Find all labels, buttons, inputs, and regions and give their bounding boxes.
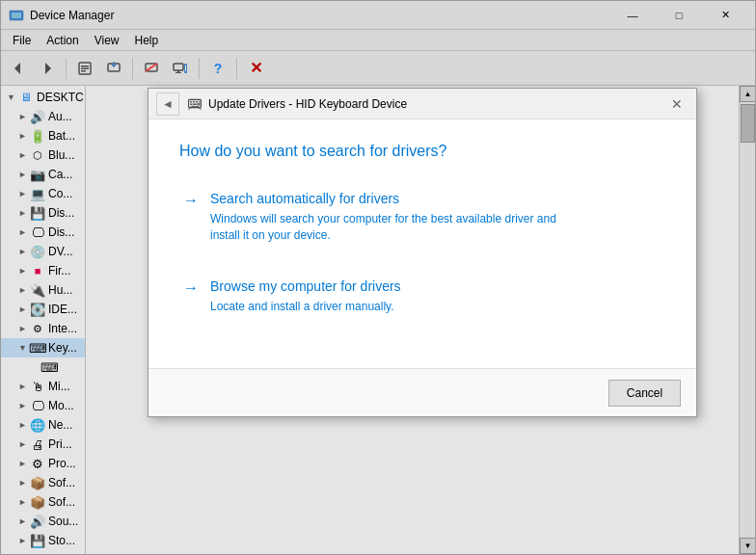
dialog-title-icon [187, 96, 202, 112]
svg-rect-20 [193, 101, 195, 103]
svg-rect-22 [199, 101, 201, 103]
option-auto-desc: Windows will search your computer for th… [210, 211, 577, 244]
svg-line-27 [188, 108, 191, 110]
cancel-button[interactable]: Cancel [608, 380, 681, 407]
svg-rect-21 [196, 101, 198, 103]
dialog-body: How do you want to search for drivers? →… [148, 119, 696, 368]
dialog-back-button[interactable]: ◄ [156, 92, 179, 116]
option-browse-arrow: → [183, 279, 199, 297]
dialog-title-bar: ◄ [148, 89, 696, 119]
dialog-option-auto[interactable]: → Search automatically for drivers Windo… [179, 187, 665, 248]
dialog-question: How do you want to search for drivers? [179, 143, 665, 160]
svg-rect-19 [190, 101, 192, 103]
modal-overlay: ◄ [1, 1, 755, 554]
dialog-option-browse[interactable]: → Browse my computer for drivers Locate … [179, 275, 665, 319]
svg-rect-26 [191, 106, 199, 107]
option-browse-content: Browse my computer for drivers Locate an… [210, 278, 401, 315]
dialog-footer: Cancel [148, 368, 696, 416]
option-auto-content: Search automatically for drivers Windows… [210, 191, 577, 244]
dialog-close-button[interactable]: ✕ [665, 92, 688, 116]
option-browse-title: Browse my computer for drivers [210, 278, 401, 294]
svg-rect-23 [190, 103, 192, 105]
option-auto-title: Search automatically for drivers [210, 191, 577, 206]
dialog-title-text: Update Drivers - HID Keyboard Device [208, 97, 665, 111]
main-window: Device Manager — □ ✕ File Action View He… [0, 0, 756, 555]
svg-rect-25 [198, 103, 201, 106]
update-drivers-dialog: ◄ [148, 88, 697, 417]
svg-line-28 [199, 108, 202, 110]
svg-rect-24 [193, 103, 198, 105]
option-browse-desc: Locate and install a driver manually. [210, 299, 401, 315]
option-auto-arrow: → [183, 192, 199, 209]
